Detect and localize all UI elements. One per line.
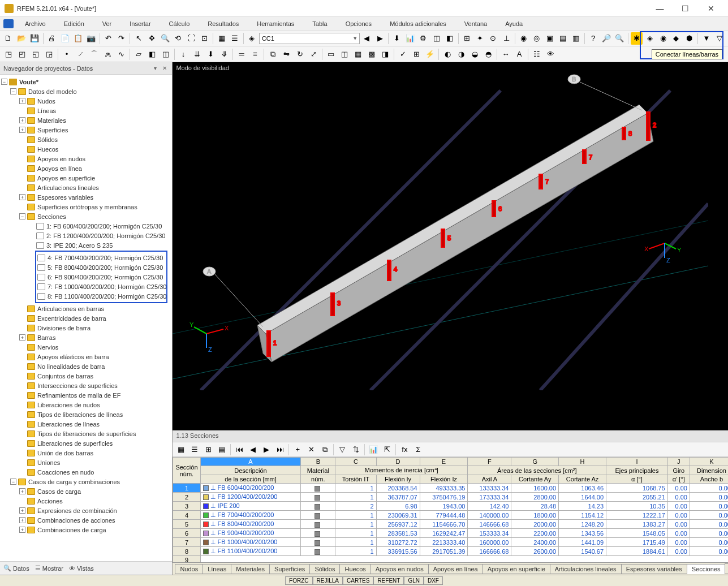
status-dxf[interactable]: DXF: [424, 576, 443, 585]
rotate-icon[interactable]: ⟲: [172, 32, 184, 45]
nav-tab-vistas[interactable]: 👁Vistas: [69, 565, 94, 572]
tool-a-icon[interactable]: ◈: [644, 32, 656, 45]
table-row[interactable]: 2 ⊥ FB 1200/400/200/200 1 363787.0737504…: [173, 493, 728, 502]
project-tree[interactable]: −Voute* −Datos del modelo +NudosLíneas+M…: [0, 75, 172, 561]
table-row[interactable]: 6 ⊥ FB 900/400/200/200 1 283581.53162924…: [173, 529, 728, 538]
tree-item[interactable]: +Superficies: [1, 125, 171, 135]
menu-ventana[interactable]: Ventana: [455, 19, 496, 28]
tbl-copy-icon[interactable]: ⧉: [318, 443, 331, 456]
save-icon[interactable]: 💾: [29, 32, 41, 45]
results-f-icon[interactable]: ◑: [455, 48, 467, 61]
zoom-all-icon[interactable]: ⊡: [199, 32, 210, 45]
minimize-button[interactable]: —: [647, 1, 673, 16]
text-icon[interactable]: A: [513, 48, 525, 61]
tree-item[interactable]: Apoyos elásticos en barra: [1, 352, 171, 361]
table-tab[interactable]: Líneas: [203, 564, 231, 574]
menu-ver[interactable]: Ver: [93, 19, 121, 28]
node-icon[interactable]: •: [61, 48, 73, 61]
table-tab[interactable]: Espesores variables: [621, 564, 687, 574]
table-row[interactable]: 7 ⊥ FB 1000/400/200/200 1 310272.7222133…: [173, 538, 728, 547]
tree-item[interactable]: +Barras: [1, 333, 171, 342]
misc2-icon[interactable]: ◫: [430, 32, 442, 45]
line-icon[interactable]: ⟋: [74, 48, 87, 61]
status-rejilla[interactable]: REJILLA: [313, 576, 343, 585]
axes-icon[interactable]: ✦: [474, 32, 486, 45]
new-icon[interactable]: 🗋: [2, 32, 14, 45]
load-node-icon[interactable]: ↓: [177, 48, 189, 61]
tool-b-icon[interactable]: ◉: [657, 32, 669, 45]
mirror-icon[interactable]: ⇋: [280, 48, 292, 61]
tree-section-selected[interactable]: 4: FB 700/400/200/200; Hormigón C25/30: [36, 253, 166, 262]
tree-section-selected[interactable]: 8: FB 1100/400/200/200; Hormigón C25/30: [36, 291, 166, 301]
tab-scroll-left[interactable]: ◀: [725, 563, 728, 574]
table-row[interactable]: 1 ⊥ FB 600/400/200/200 1 203368.54493333…: [173, 484, 728, 493]
show-load-icon[interactable]: ⬇: [391, 32, 403, 45]
tbl-add-icon[interactable]: +: [291, 443, 304, 456]
tool-d-icon[interactable]: ⬢: [683, 32, 695, 45]
tree-load-item[interactable]: +Expresiones de combinación: [1, 506, 171, 515]
tree-item[interactable]: Líneas: [1, 106, 171, 115]
tree-load-item[interactable]: +Combinaciones de acciones: [1, 515, 171, 525]
status-forzc[interactable]: FORZC: [285, 576, 312, 585]
polyline-icon[interactable]: ⩕: [101, 48, 114, 61]
misc-icon[interactable]: ⚙: [417, 32, 429, 45]
nav-tab-datos[interactable]: 🔍Datos: [3, 565, 29, 572]
tree-section-item[interactable]: 3: IPE 200; Acero S 235: [1, 240, 171, 250]
tree-item[interactable]: Sólidos: [1, 135, 171, 144]
tbl-sort-icon[interactable]: ⇅: [350, 443, 362, 456]
tbl-fx-icon[interactable]: fx: [398, 443, 411, 456]
load-area-icon[interactable]: ⬇: [204, 48, 217, 61]
show-table-icon[interactable]: ☰: [229, 32, 240, 45]
tree-item[interactable]: Superficies ortótropas y membranas: [1, 202, 171, 212]
tree-item[interactable]: No linealidades de barra: [1, 361, 171, 371]
viewport-3d[interactable]: Modo de visibilidad 1 3 4 5 6: [173, 62, 728, 430]
zoom-window-icon[interactable]: ⛶: [186, 32, 197, 45]
status-refent[interactable]: REFENT: [373, 576, 404, 585]
next-icon[interactable]: ▶: [374, 32, 386, 45]
tree-item[interactable]: Articulaciones en barras: [1, 304, 171, 313]
status-gln[interactable]: GLN: [404, 576, 424, 585]
redo-icon[interactable]: ↷: [115, 32, 127, 45]
menu-ayuda[interactable]: Ayuda: [496, 19, 532, 28]
tbl-next-icon[interactable]: ▶: [260, 443, 273, 456]
table-tab[interactable]: Sólidos: [309, 564, 340, 574]
copy-icon[interactable]: ⧉: [266, 48, 279, 61]
tbl-filter-icon[interactable]: ▽: [336, 443, 348, 456]
load-member-icon[interactable]: ⤋: [218, 48, 230, 61]
display3-icon[interactable]: ▥: [570, 32, 582, 45]
rotate-obj-icon[interactable]: ↻: [294, 48, 306, 61]
support2-icon[interactable]: ▽: [714, 32, 726, 45]
tree-load-item[interactable]: Acciones: [1, 496, 171, 506]
pan-icon[interactable]: ✥: [146, 32, 158, 45]
set-icon[interactable]: ≡: [249, 48, 261, 61]
status-cartes[interactable]: CARTES: [343, 576, 373, 585]
tree-item[interactable]: +Nudos: [1, 96, 171, 106]
tbl-btn-3[interactable]: ⊞: [202, 443, 214, 456]
menu-edicion[interactable]: Edición: [55, 19, 93, 28]
calc-icon[interactable]: ⚡: [424, 48, 436, 61]
layer-icon[interactable]: ☷: [531, 48, 543, 61]
tree-item[interactable]: Liberaciones de nudos: [1, 400, 171, 410]
display2-icon[interactable]: ▤: [557, 32, 569, 45]
sections-table[interactable]: Secciónnúm. A BCDE FGHI JK DescripciónMa…: [173, 457, 728, 562]
tree-item[interactable]: Coacciones en nudo: [1, 467, 171, 477]
tbl-btn-2[interactable]: ☰: [188, 443, 201, 456]
menu-archivo[interactable]: Archivo: [16, 19, 55, 28]
tbl-export-icon[interactable]: ⇱: [381, 443, 393, 456]
tree-section-item[interactable]: 1: FB 600/400/200/200; Hormigón C25/30: [1, 221, 171, 231]
view-y-icon[interactable]: ◱: [29, 48, 42, 61]
tree-item[interactable]: Excentricidades de barra: [1, 313, 171, 323]
results-m-icon[interactable]: ◒: [468, 48, 481, 61]
support-icon[interactable]: ▼: [700, 32, 712, 45]
select2-icon[interactable]: ◫: [338, 48, 351, 61]
table-tab[interactable]: Superficies: [269, 564, 310, 574]
tree-section-selected[interactable]: 7: FB 1000/400/200/200; Hormigón C25/30: [36, 282, 166, 291]
preview-icon[interactable]: 📋: [72, 32, 84, 45]
wire-icon[interactable]: ◎: [531, 32, 542, 45]
tbl-btn-1[interactable]: ▦: [175, 443, 187, 456]
table-tab[interactable]: Secciones: [687, 564, 726, 574]
snap-icon[interactable]: ⊙: [487, 32, 499, 45]
load-line-icon[interactable]: ⇊: [191, 48, 203, 61]
display-icon[interactable]: ▣: [544, 32, 555, 45]
select5-icon[interactable]: ◨: [379, 48, 391, 61]
